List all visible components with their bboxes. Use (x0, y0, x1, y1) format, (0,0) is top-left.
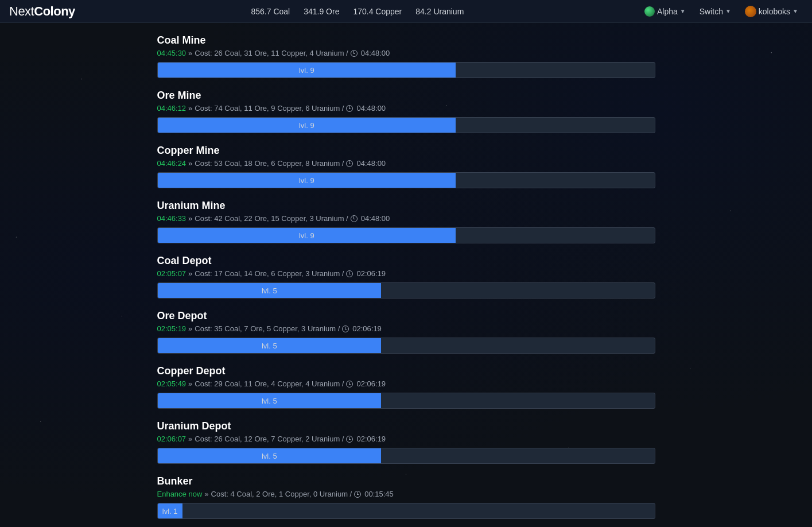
building-arrow-2: » (188, 159, 192, 168)
building-card-6: Copper Depot02:05:49 » Cost: 29 Coal, 11… (157, 365, 655, 409)
building-card-5: Ore Depot02:05:19 » Cost: 35 Coal, 7 Ore… (157, 310, 655, 354)
progress-label-4: lvl. 5 (158, 286, 382, 295)
planet-dropdown[interactable]: Alpha ▼ (640, 4, 690, 19)
clock-icon-5 (342, 326, 349, 332)
clock-icon-0 (351, 50, 358, 57)
brand-logo[interactable]: NextColony (9, 4, 75, 19)
building-arrow-7: » (188, 435, 192, 443)
building-name-7: Uranium Depot (157, 420, 655, 432)
clock-icon-7 (346, 436, 353, 443)
user-dropdown[interactable]: koloboks ▼ (740, 3, 803, 20)
building-timer-2: 04:46:24 (157, 159, 187, 168)
clock-icon-6 (346, 381, 353, 388)
resource-item-3: 84.2 Uranium (415, 7, 464, 16)
progress-bar-fill-4: lvl. 5 (158, 283, 382, 298)
building-name-8: Bunker (157, 475, 655, 487)
building-card-0: Coal Mine04:45:30 » Cost: 26 Coal, 31 Or… (157, 34, 655, 78)
building-arrow-1: » (188, 104, 192, 113)
progress-bar-container-8: lvl. 1 (157, 503, 655, 519)
resource-bar: 856.7 Coal341.9 Ore170.4 Copper84.2 Uran… (89, 7, 626, 16)
resource-item-1: 341.9 Ore (304, 7, 339, 16)
building-info-5: 02:05:19 » Cost: 35 Coal, 7 Ore, 5 Coppe… (157, 324, 655, 333)
building-timer-0: 04:45:30 (157, 49, 187, 57)
building-name-2: Copper Mine (157, 145, 655, 157)
progress-bar-fill-0: lvl. 9 (158, 63, 456, 78)
building-info-6: 02:05:49 » Cost: 29 Coal, 11 Ore, 4 Copp… (157, 379, 655, 388)
building-card-8: BunkerEnhance now » Cost: 4 Coal, 2 Ore,… (157, 475, 655, 519)
building-timer-3: 04:46:33 (157, 214, 187, 223)
progress-bar-fill-8: lvl. 1 (158, 503, 182, 518)
progress-label-7: lvl. 5 (158, 452, 382, 460)
building-timer-4: 02:05:07 (157, 269, 187, 278)
progress-label-5: lvl. 5 (158, 342, 382, 350)
clock-icon-1 (346, 105, 353, 112)
main-content: Coal Mine04:45:30 » Cost: 26 Coal, 31 Or… (148, 23, 665, 527)
building-arrow-6: » (188, 379, 192, 388)
progress-bar-container-4: lvl. 5 (157, 282, 655, 299)
user-chevron-icon: ▼ (792, 8, 798, 14)
building-card-7: Uranium Depot02:06:07 » Cost: 26 Coal, 1… (157, 420, 655, 464)
clock-icon-3 (351, 215, 358, 222)
building-timer-6: 02:05:49 (157, 379, 187, 388)
building-arrow-3: » (188, 214, 192, 223)
progress-bar-container-7: lvl. 5 (157, 448, 655, 464)
resource-item-2: 170.4 Copper (353, 7, 402, 16)
progress-bar-fill-2: lvl. 9 (158, 173, 456, 188)
building-timer-5: 02:05:19 (157, 324, 187, 333)
progress-bar-fill-1: lvl. 9 (158, 118, 456, 133)
progress-bar-container-2: lvl. 9 (157, 172, 655, 188)
navbar-right: Alpha ▼ Switch ▼ koloboks ▼ (640, 3, 803, 20)
progress-label-3: lvl. 9 (158, 231, 456, 240)
building-name-5: Ore Depot (157, 310, 655, 322)
building-cost-3: Cost: 42 Coal, 22 Ore, 15 Copper, 3 Uran… (195, 214, 348, 223)
planet-chevron-icon: ▼ (680, 8, 686, 14)
building-duration-0: 04:48:00 (361, 49, 390, 57)
building-info-2: 04:46:24 » Cost: 53 Coal, 18 Ore, 6 Copp… (157, 159, 655, 168)
building-duration-7: 02:06:19 (356, 435, 386, 443)
building-info-4: 02:05:07 » Cost: 17 Coal, 14 Ore, 6 Copp… (157, 269, 655, 278)
progress-bar-fill-6: lvl. 5 (158, 393, 382, 408)
building-name-4: Coal Depot (157, 255, 655, 267)
clock-icon-4 (346, 270, 353, 277)
building-info-0: 04:45:30 » Cost: 26 Coal, 31 Ore, 11 Cop… (157, 49, 655, 57)
building-timer-8[interactable]: Enhance now (157, 490, 203, 498)
progress-label-0: lvl. 9 (158, 66, 456, 75)
building-duration-8: 00:15:45 (364, 490, 394, 498)
navbar: NextColony 856.7 Coal341.9 Ore170.4 Copp… (0, 0, 812, 23)
building-name-6: Copper Depot (157, 365, 655, 377)
progress-label-2: lvl. 9 (158, 176, 456, 185)
user-label: koloboks (759, 7, 790, 16)
planet-label: Alpha (657, 7, 678, 16)
building-duration-3: 04:48:00 (361, 214, 390, 223)
building-card-2: Copper Mine04:46:24 » Cost: 53 Coal, 18 … (157, 145, 655, 188)
switch-dropdown[interactable]: Switch ▼ (695, 5, 736, 18)
building-info-8: Enhance now » Cost: 4 Coal, 2 Ore, 1 Cop… (157, 490, 655, 498)
planet-icon (644, 6, 655, 17)
building-timer-1: 04:46:12 (157, 104, 187, 113)
progress-bar-fill-5: lvl. 5 (158, 338, 382, 353)
progress-bar-container-1: lvl. 9 (157, 117, 655, 133)
building-duration-4: 02:06:19 (356, 269, 386, 278)
progress-bar-container-6: lvl. 5 (157, 393, 655, 409)
building-arrow-0: » (188, 49, 192, 57)
building-duration-6: 02:06:19 (356, 379, 386, 388)
building-cost-0: Cost: 26 Coal, 31 Ore, 11 Copper, 4 Uran… (195, 49, 348, 57)
building-card-4: Coal Depot02:05:07 » Cost: 17 Coal, 14 O… (157, 255, 655, 299)
building-timer-7: 02:06:07 (157, 435, 187, 443)
switch-label: Switch (700, 7, 723, 16)
switch-chevron-icon: ▼ (725, 8, 731, 14)
resource-item-0: 856.7 Coal (251, 7, 290, 16)
progress-bar-fill-3: lvl. 9 (158, 228, 456, 243)
building-card-1: Ore Mine04:46:12 » Cost: 74 Coal, 11 Ore… (157, 90, 655, 133)
building-info-1: 04:46:12 » Cost: 74 Coal, 11 Ore, 9 Copp… (157, 104, 655, 113)
progress-label-1: lvl. 9 (158, 121, 456, 130)
building-cost-4: Cost: 17 Coal, 14 Ore, 6 Copper, 3 Urani… (195, 269, 344, 278)
building-duration-5: 02:06:19 (352, 324, 382, 333)
building-card-3: Uranium Mine04:46:33 » Cost: 42 Coal, 22… (157, 200, 655, 243)
clock-icon-8 (354, 491, 361, 498)
progress-bar-container-3: lvl. 9 (157, 227, 655, 243)
building-cost-8: Cost: 4 Coal, 2 Ore, 1 Copper, 0 Uranium… (211, 490, 352, 498)
building-cost-7: Cost: 26 Coal, 12 Ore, 7 Copper, 2 Urani… (195, 435, 344, 443)
building-duration-1: 04:48:00 (356, 104, 386, 113)
building-name-0: Coal Mine (157, 34, 655, 46)
